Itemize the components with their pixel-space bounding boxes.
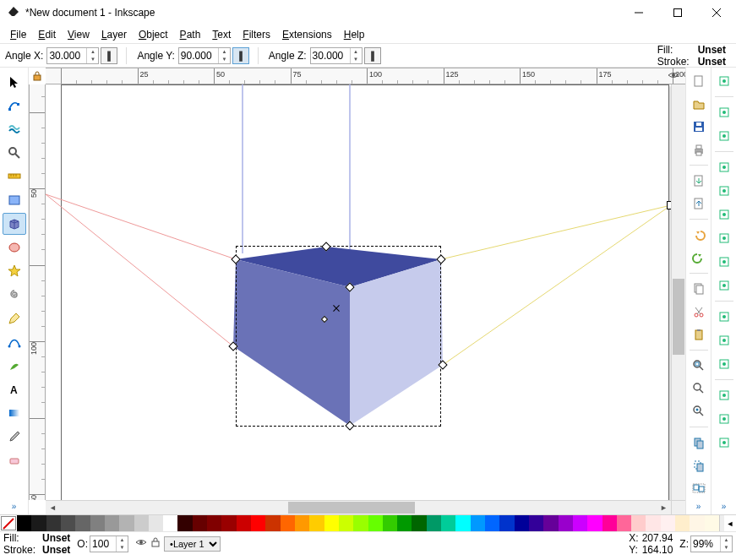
snap-smooth-button[interactable] xyxy=(714,252,734,272)
tool-text[interactable]: A xyxy=(3,378,26,400)
vertical-ruler[interactable]: 50100150 xyxy=(29,84,46,500)
cmd-zoom-fit[interactable] xyxy=(689,356,709,375)
zoom-input[interactable]: ▲▼ xyxy=(690,536,733,552)
tool-eraser[interactable] xyxy=(3,449,26,471)
vp-z-toggle[interactable]: ∥ xyxy=(364,47,381,64)
tool-gradient[interactable] xyxy=(3,402,26,424)
layer-visibility-icon[interactable] xyxy=(135,536,147,551)
swatch[interactable] xyxy=(529,515,543,531)
commands-more[interactable]: » xyxy=(696,502,701,511)
cmd-cut[interactable] xyxy=(689,302,709,321)
swatch[interactable] xyxy=(177,515,192,531)
cmd-redo[interactable] xyxy=(689,247,709,267)
snap-edge-button[interactable] xyxy=(714,126,734,146)
angle-z-input[interactable]: ▲▼ xyxy=(310,47,363,64)
menu-path[interactable]: Path xyxy=(175,27,206,42)
swatch[interactable] xyxy=(237,515,251,531)
snap-bbox-button[interactable] xyxy=(714,102,734,122)
menu-help[interactable]: Help xyxy=(339,27,370,42)
swatch[interactable] xyxy=(193,515,207,531)
tool-tweak[interactable] xyxy=(3,118,26,140)
swatch[interactable] xyxy=(661,515,675,531)
swatch[interactable] xyxy=(207,515,221,531)
vertical-scrollbar[interactable] xyxy=(671,84,685,500)
menu-view[interactable]: View xyxy=(63,27,95,42)
snap-cusp-button[interactable] xyxy=(714,228,734,248)
swatch[interactable] xyxy=(471,515,485,531)
cmd-new[interactable] xyxy=(689,71,709,90)
snap-guide-button[interactable] xyxy=(714,409,734,429)
lock-guides-button[interactable] xyxy=(29,68,46,84)
tool-selector[interactable] xyxy=(3,71,26,93)
layer-select[interactable]: •Layer 1 xyxy=(164,536,221,552)
swatch[interactable] xyxy=(149,515,163,531)
swatch[interactable] xyxy=(499,515,514,531)
tool-zoom[interactable] xyxy=(3,142,26,164)
swatch[interactable] xyxy=(559,515,573,531)
angle-y-input[interactable]: ▲▼ xyxy=(178,47,231,64)
swatch[interactable] xyxy=(675,515,690,531)
cmd-paste[interactable] xyxy=(689,325,709,345)
cmd-undo[interactable] xyxy=(689,225,709,244)
menu-object[interactable]: Object xyxy=(134,27,173,42)
swatch[interactable] xyxy=(251,515,265,531)
cmd-zoom-drawing[interactable] xyxy=(689,402,709,421)
swatch[interactable] xyxy=(163,515,177,531)
swatch[interactable] xyxy=(295,515,309,531)
swatch[interactable] xyxy=(61,515,75,531)
cmd-copy[interactable] xyxy=(689,279,709,298)
palette-menu-button[interactable]: ◄ xyxy=(724,515,736,531)
layer-lock-icon[interactable] xyxy=(150,536,161,551)
swatch[interactable] xyxy=(309,515,324,531)
snap-midpoint-button[interactable] xyxy=(714,275,734,296)
toolbox-more[interactable]: » xyxy=(12,502,17,511)
tool-pencil[interactable] xyxy=(3,307,26,329)
cmd-clone[interactable] xyxy=(689,455,709,475)
swatch[interactable] xyxy=(690,515,704,531)
tool-node-edit[interactable] xyxy=(3,95,26,117)
swatch[interactable] xyxy=(75,515,90,531)
swatch[interactable] xyxy=(705,515,719,531)
vp-x-toggle[interactable]: ∥ xyxy=(101,47,117,64)
swatch[interactable] xyxy=(265,515,280,531)
snap-center-button[interactable] xyxy=(714,307,734,327)
horizontal-scrollbar[interactable]: ◄► xyxy=(46,500,671,514)
swatch[interactable] xyxy=(427,515,441,531)
tool-calligraphy[interactable] xyxy=(3,355,26,377)
cmd-save[interactable] xyxy=(689,117,709,137)
swatch[interactable] xyxy=(119,515,134,531)
tool-measure[interactable] xyxy=(3,166,26,188)
quick-preview-icon[interactable] xyxy=(665,69,682,81)
snap-more[interactable]: » xyxy=(722,502,727,511)
maximize-button[interactable] xyxy=(658,0,697,25)
swatch[interactable] xyxy=(46,515,61,531)
snap-text-button[interactable] xyxy=(714,354,734,374)
tool-spiral[interactable] xyxy=(3,284,26,306)
swatch[interactable] xyxy=(90,515,105,531)
cmd-duplicate[interactable] xyxy=(689,432,709,452)
swatch[interactable] xyxy=(455,515,470,531)
swatch[interactable] xyxy=(397,515,412,531)
snap-node-button[interactable] xyxy=(714,157,734,177)
tool-cube-3d[interactable] xyxy=(3,213,26,235)
snap-intersection-button[interactable] xyxy=(714,204,734,225)
snap-grid-button[interactable] xyxy=(714,385,734,405)
swatch[interactable] xyxy=(31,515,46,531)
swatch[interactable] xyxy=(134,515,149,531)
swatch[interactable] xyxy=(602,515,617,531)
menu-filters[interactable]: Filters xyxy=(237,27,275,42)
swatch[interactable] xyxy=(631,515,646,531)
swatch[interactable] xyxy=(441,515,455,531)
cmd-zoom-page[interactable] xyxy=(689,378,709,398)
no-fill-swatch[interactable] xyxy=(1,516,16,530)
tool-dropper[interactable] xyxy=(3,426,26,448)
swatch[interactable] xyxy=(105,515,119,531)
swatch[interactable] xyxy=(515,515,529,531)
menu-file[interactable]: File xyxy=(5,27,31,42)
minimize-button[interactable] xyxy=(619,0,658,25)
menu-text[interactable]: Text xyxy=(207,27,236,42)
menu-layer[interactable]: Layer xyxy=(96,27,132,42)
swatch[interactable] xyxy=(324,515,339,531)
swatch[interactable] xyxy=(339,515,353,531)
snap-page-button[interactable] xyxy=(714,432,734,453)
